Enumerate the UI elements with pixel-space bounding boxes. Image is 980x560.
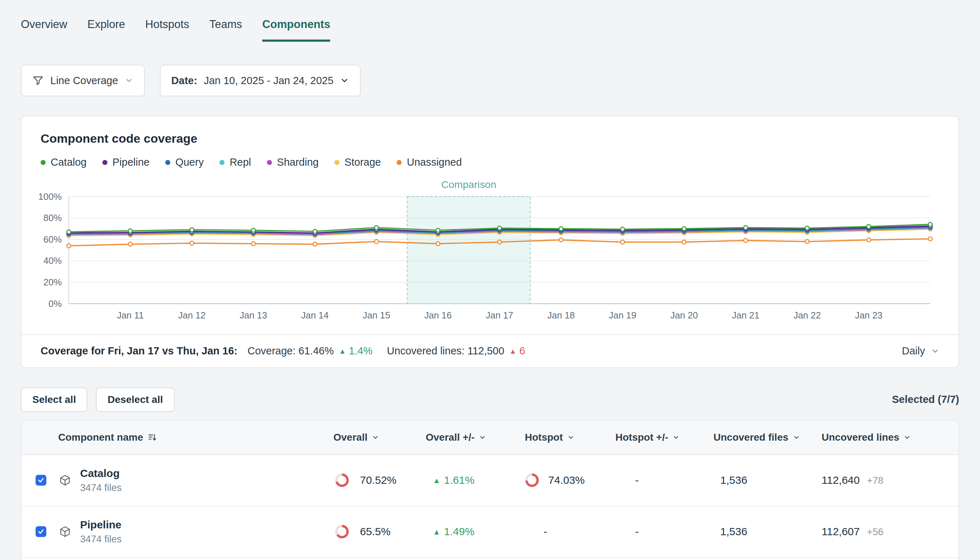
legend-dot — [102, 160, 107, 165]
interval-value: Daily — [902, 345, 925, 357]
summary-coverage-delta: 1.4% — [349, 345, 372, 357]
legend-item-catalog[interactable]: Catalog — [41, 157, 86, 168]
summary-coverage: Coverage: 61.46% — [247, 345, 334, 357]
data-point — [67, 244, 71, 248]
legend-dot — [165, 160, 170, 165]
select-all-button[interactable]: Select all — [21, 387, 87, 412]
summary-title: Coverage for Fri, Jan 17 vs Thu, Jan 16: — [41, 345, 238, 357]
coverage-type-label: Line Coverage — [50, 75, 118, 87]
chevron-down-icon — [340, 76, 349, 85]
component-name[interactable]: Pipeline — [80, 519, 122, 531]
legend-item-unassigned[interactable]: Unassigned — [397, 157, 462, 168]
header-uncovered-files[interactable]: Uncovered files — [713, 432, 822, 443]
check-icon — [37, 528, 45, 535]
table-header-row: Component name Overall Overall +/- Hotsp… — [22, 420, 958, 455]
uncovered-lines-delta: +78 — [867, 475, 884, 486]
data-point — [559, 227, 563, 231]
overall-delta-value: 1.61% — [444, 474, 475, 486]
data-point — [744, 239, 747, 243]
chevron-down-icon — [673, 434, 680, 441]
summary-uncovered-delta: 6 — [520, 345, 525, 357]
data-point — [498, 226, 502, 230]
tab-explore[interactable]: Explore — [87, 18, 125, 42]
data-point — [621, 227, 625, 231]
data-point — [190, 241, 194, 245]
data-point — [806, 240, 809, 244]
row-checkbox[interactable] — [36, 526, 47, 537]
header-uncovered-lines[interactable]: Uncovered lines — [822, 432, 958, 443]
chevron-down-icon — [567, 434, 575, 441]
legend-label: Unassigned — [407, 157, 462, 168]
deselect-all-button[interactable]: Deselect all — [96, 387, 174, 412]
page: Overview Explore Hotspots Teams Componen… — [0, 0, 980, 560]
tab-hotspots[interactable]: Hotspots — [145, 18, 189, 42]
chevron-down-icon — [904, 434, 911, 441]
chart-legend: CatalogPipelineQueryReplShardingStorageU… — [22, 157, 958, 168]
legend-item-storage[interactable]: Storage — [334, 157, 381, 168]
header-label: Component name — [58, 432, 143, 443]
overall-value: 65.5% — [360, 525, 390, 538]
data-point — [806, 226, 809, 230]
data-point — [928, 237, 932, 241]
header-overall-delta[interactable]: Overall +/- — [426, 432, 525, 443]
svg-text:Jan 11: Jan 11 — [117, 310, 144, 320]
date-range-filter[interactable]: Date: Jan 10, 2025 - Jan 24, 2025 — [160, 65, 361, 96]
legend-item-repl[interactable]: Repl — [219, 157, 251, 168]
summary-uncovered: Uncovered lines: 112,500 — [387, 345, 504, 357]
filter-row: Line Coverage Date: Jan 10, 2025 - Jan 2… — [21, 65, 959, 96]
data-point — [867, 238, 871, 242]
data-point — [436, 228, 440, 232]
tab-overview[interactable]: Overview — [21, 18, 67, 42]
data-point — [251, 242, 256, 246]
svg-text:Comparison: Comparison — [441, 178, 496, 190]
header-hotspot-delta[interactable]: Hotspot +/- — [615, 432, 713, 443]
header-hotspot[interactable]: Hotspot — [525, 432, 615, 443]
chart-title: Component code coverage — [22, 132, 958, 145]
tab-teams[interactable]: Teams — [209, 18, 242, 42]
header-overall[interactable]: Overall — [333, 432, 426, 443]
data-point — [313, 229, 317, 233]
data-point — [190, 228, 194, 232]
coverage-chart-card: Component code coverage CatalogPipelineQ… — [21, 116, 959, 368]
date-label: Date: — [171, 75, 198, 87]
coverage-line-chart: 0%20%40%60%80%100%ComparisonJan 11Jan 12… — [22, 173, 958, 321]
data-point — [559, 238, 563, 242]
svg-text:Jan 16: Jan 16 — [424, 310, 452, 320]
chevron-down-icon — [931, 347, 939, 355]
data-point — [867, 225, 871, 228]
legend-label: Catalog — [51, 157, 86, 168]
row-checkbox[interactable] — [36, 475, 47, 486]
legend-dot — [397, 160, 402, 165]
sort-desc-icon — [147, 432, 157, 442]
header-label: Hotspot — [525, 432, 563, 443]
data-point — [128, 229, 132, 233]
interval-dropdown[interactable]: Daily — [902, 345, 939, 357]
legend-dot — [41, 160, 46, 165]
x-axis-labels: Jan 11Jan 12Jan 13Jan 14Jan 15Jan 16Jan … — [117, 310, 882, 320]
selected-count: Selected (7/7) — [892, 393, 959, 405]
data-point — [375, 226, 379, 230]
data-point — [251, 228, 256, 232]
data-point — [682, 227, 686, 231]
svg-text:Jan 19: Jan 19 — [609, 310, 636, 320]
svg-text:20%: 20% — [43, 277, 62, 287]
legend-label: Pipeline — [113, 157, 149, 168]
svg-text:60%: 60% — [43, 234, 62, 244]
legend-item-query[interactable]: Query — [165, 157, 204, 168]
tab-components[interactable]: Components — [262, 18, 330, 42]
header-component-name[interactable]: Component name — [58, 432, 333, 443]
legend-dot — [334, 160, 339, 165]
legend-item-pipeline[interactable]: Pipeline — [102, 157, 149, 168]
svg-text:80%: 80% — [43, 213, 62, 223]
legend-item-sharding[interactable]: Sharding — [267, 157, 319, 168]
data-point — [375, 240, 379, 244]
coverage-type-filter[interactable]: Line Coverage — [21, 65, 145, 96]
svg-text:Jan 20: Jan 20 — [670, 310, 698, 320]
component-name[interactable]: Catalog — [80, 467, 122, 480]
hotspot-value: 74.03% — [548, 474, 585, 486]
svg-text:Jan 22: Jan 22 — [794, 310, 821, 320]
data-point — [498, 240, 502, 244]
up-triangle-icon: ▲ — [433, 528, 440, 535]
header-label: Uncovered files — [713, 432, 789, 443]
svg-text:Jan 15: Jan 15 — [363, 310, 390, 320]
